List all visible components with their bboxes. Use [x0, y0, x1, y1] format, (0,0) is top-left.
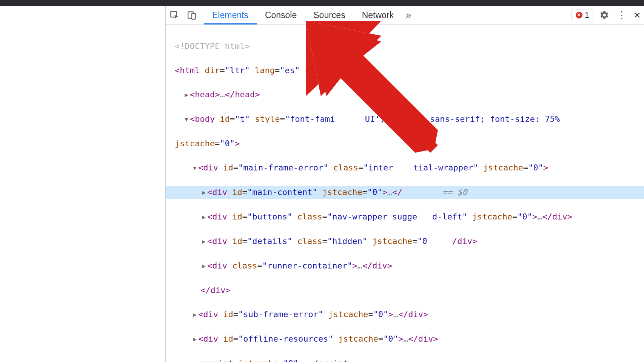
close-devtools-icon[interactable]: ×	[630, 6, 644, 24]
svg-rect-2	[192, 14, 196, 19]
tab-label: Sources	[313, 10, 345, 20]
dom-node[interactable]: ▶<script jstcache="0">…</script>	[166, 357, 644, 362]
device-toggle-icon[interactable]	[183, 6, 200, 24]
dom-node[interactable]: <!DOCTYPE html>	[166, 40, 644, 52]
expand-arrow-icon[interactable]: ▶	[200, 211, 207, 223]
page-content-pane	[0, 6, 165, 362]
expand-arrow-icon[interactable]: ▶	[200, 236, 207, 248]
tab-label: Console	[265, 10, 297, 20]
error-count-badge[interactable]: ✕ 1	[572, 9, 593, 21]
expand-arrow-icon[interactable]: ▶	[191, 309, 198, 321]
tab-label: Elements	[212, 10, 248, 20]
tab-label: Network	[362, 10, 394, 20]
dom-node[interactable]: ▶<div id="buttons" class="nav-wrapper su…	[166, 211, 644, 223]
dom-node[interactable]: ▶<div class="runner-container">…</div>	[166, 260, 644, 272]
dom-node-cont[interactable]: jstcache="0">	[166, 138, 644, 150]
error-count: 1	[585, 10, 589, 20]
dom-node[interactable]: ▶<div id="offline-resources" jstcache="0…	[166, 333, 644, 345]
selected-node-ref: == $0	[437, 187, 467, 197]
collapse-arrow-icon[interactable]: ▼	[191, 162, 198, 174]
tab-console[interactable]: Console	[257, 6, 305, 24]
dom-node[interactable]: </div>	[166, 284, 644, 296]
expand-arrow-icon[interactable]: ▶	[183, 89, 190, 101]
tab-elements[interactable]: Elements	[204, 6, 257, 24]
more-tabs-icon[interactable]: »	[402, 6, 415, 24]
tab-sources[interactable]: Sources	[305, 6, 353, 24]
dom-node-selected[interactable]: ⋯▶<div id="main-content" jstcache="0">…<…	[166, 186, 644, 199]
expand-arrow-icon[interactable]: ▶	[191, 358, 198, 362]
more-menu-icon[interactable]: ⋮	[613, 6, 630, 24]
expand-arrow-icon[interactable]: ▶	[200, 260, 207, 272]
expand-arrow-icon[interactable]: ▶	[191, 333, 198, 345]
devtools-tabbar: Elements Console Sources Network » ✕ 1 ⋮…	[166, 6, 644, 25]
error-icon: ✕	[576, 12, 582, 18]
dom-node[interactable]: ▼<div id="main-frame-error" class="inter…	[166, 162, 644, 174]
devtools-panel: Elements Console Sources Network » ✕ 1 ⋮…	[165, 6, 644, 362]
dom-node[interactable]: ▶<head>…</head>	[166, 89, 644, 101]
dom-node[interactable]: ▶<div id="details" class="hidden" jstcac…	[166, 235, 644, 248]
browser-chrome-strip	[0, 0, 644, 6]
dom-tree[interactable]: <!DOCTYPE html> <html dir="ltr" lang="es…	[166, 25, 644, 362]
settings-icon[interactable]	[596, 6, 613, 24]
dom-node[interactable]: <html dir="ltr" lang="es" clas	[166, 64, 644, 77]
tab-network[interactable]: Network	[354, 6, 402, 24]
collapse-arrow-icon[interactable]: ▼	[183, 114, 190, 126]
inspect-element-icon[interactable]	[166, 6, 183, 24]
dom-node[interactable]: ▶<div id="sub-frame-error" jstcache="0">…	[166, 308, 644, 321]
expand-arrow-icon[interactable]: ▶	[200, 187, 207, 199]
dom-node[interactable]: ▼<body id="t" style="font-fami UI', Taho…	[166, 113, 644, 126]
